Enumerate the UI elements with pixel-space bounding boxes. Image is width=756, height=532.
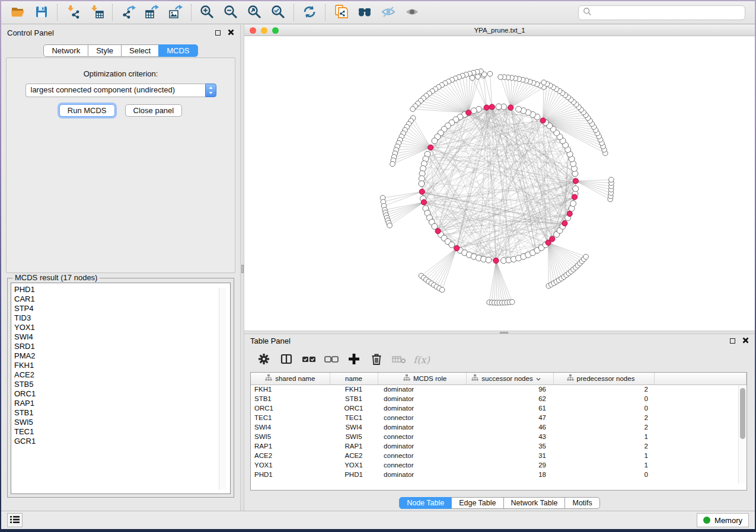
command-panel-button[interactable] bbox=[7, 513, 23, 527]
network-node[interactable] bbox=[419, 189, 425, 194]
close-panel-icon[interactable] bbox=[742, 336, 749, 345]
network-node[interactable] bbox=[470, 75, 475, 81]
zoom-out-button[interactable] bbox=[219, 3, 243, 22]
network-node[interactable] bbox=[508, 105, 513, 110]
select-stepper-icon[interactable] bbox=[205, 84, 216, 97]
network-node[interactable] bbox=[573, 186, 579, 192]
network-canvas[interactable] bbox=[244, 36, 755, 331]
column-header-predecessor-nodes[interactable]: predecessor nodes bbox=[553, 373, 654, 384]
network-node[interactable] bbox=[428, 145, 433, 150]
import-network-button[interactable] bbox=[61, 3, 85, 22]
network-node[interactable] bbox=[476, 74, 481, 79]
network-node[interactable] bbox=[449, 242, 455, 248]
zoom-in-button[interactable] bbox=[195, 3, 219, 22]
mcds-result-item[interactable]: ACE2 bbox=[14, 370, 227, 380]
table-row[interactable]: TEC1TEC1connector472 bbox=[251, 413, 747, 422]
delete-button[interactable] bbox=[365, 351, 388, 370]
table-scrollbar-thumb[interactable] bbox=[740, 388, 745, 439]
export-table-button[interactable] bbox=[140, 3, 164, 22]
copy-style-button[interactable] bbox=[329, 3, 353, 22]
network-node[interactable] bbox=[567, 211, 572, 216]
network-node[interactable] bbox=[496, 104, 502, 110]
close-window-icon[interactable] bbox=[250, 27, 256, 34]
table-scrollbar[interactable] bbox=[738, 385, 746, 483]
zoom-selected-button[interactable] bbox=[266, 3, 290, 22]
search-input[interactable] bbox=[592, 8, 741, 17]
tab-node-table[interactable]: Node Table bbox=[399, 497, 452, 509]
add-column-button[interactable] bbox=[343, 351, 365, 370]
mcds-result-item[interactable]: GCR1 bbox=[14, 437, 227, 446]
refresh-button[interactable] bbox=[298, 3, 321, 22]
close-panel-button[interactable]: Close panel bbox=[125, 104, 183, 117]
function-builder-button[interactable]: f(x) bbox=[410, 351, 433, 370]
deselect-all-button[interactable] bbox=[320, 351, 343, 370]
export-image-button[interactable] bbox=[164, 3, 187, 22]
network-node[interactable] bbox=[609, 177, 614, 182]
network-window-titlebar[interactable]: YPA_prune.txt_1 bbox=[244, 25, 755, 36]
network-node[interactable] bbox=[573, 178, 578, 184]
search-box[interactable] bbox=[578, 5, 745, 20]
mcds-result-item[interactable]: SWI4 bbox=[14, 332, 227, 342]
mcds-result-item[interactable]: CAR1 bbox=[14, 294, 227, 304]
table-row[interactable]: RAP1RAP1dominator352 bbox=[251, 441, 747, 451]
network-node[interactable] bbox=[390, 162, 395, 167]
show-all-button[interactable] bbox=[400, 3, 424, 22]
network-node[interactable] bbox=[481, 72, 487, 77]
tab-edge-table[interactable]: Edge Table bbox=[451, 497, 503, 509]
mcds-result-list[interactable]: PHD1CAR1STP4TID3YOX1SWI4SRD1PMA2FKH1ACE2… bbox=[11, 283, 231, 494]
select-all-button[interactable] bbox=[298, 351, 320, 370]
mcds-result-item[interactable]: RAP1 bbox=[14, 399, 227, 408]
network-node[interactable] bbox=[493, 258, 499, 263]
vertical-splitter[interactable] bbox=[240, 25, 244, 511]
tab-network[interactable]: Network bbox=[43, 44, 88, 57]
tab-select[interactable]: Select bbox=[121, 44, 159, 57]
delete-table-button[interactable] bbox=[388, 351, 410, 370]
result-list-scrollbar[interactable] bbox=[219, 288, 227, 490]
network-node[interactable] bbox=[489, 104, 495, 110]
table-row[interactable]: STB1STB1dominator620 bbox=[251, 394, 747, 403]
mcds-result-item[interactable]: TEC1 bbox=[14, 427, 227, 437]
table-row[interactable]: FKH1FKH1dominator962 bbox=[251, 384, 747, 394]
save-session-button[interactable] bbox=[30, 3, 53, 22]
network-node[interactable] bbox=[432, 138, 438, 144]
search-binoculars-button[interactable] bbox=[353, 3, 377, 22]
open-file-button[interactable] bbox=[6, 3, 30, 22]
maximize-window-icon[interactable] bbox=[272, 27, 279, 34]
table-row[interactable]: ORC1ORC1dominator610 bbox=[251, 403, 747, 413]
splitter-handle[interactable] bbox=[241, 265, 244, 273]
network-node[interactable] bbox=[435, 228, 441, 233]
export-network-button[interactable] bbox=[116, 3, 140, 22]
mcds-result-item[interactable]: PMA2 bbox=[14, 351, 227, 361]
column-header-successor-nodes[interactable]: successor nodes bbox=[466, 373, 553, 384]
hide-selected-button[interactable] bbox=[377, 3, 400, 22]
network-node[interactable] bbox=[439, 287, 445, 293]
network-node[interactable] bbox=[562, 220, 567, 226]
network-node[interactable] bbox=[541, 80, 547, 85]
table-row[interactable]: PHD1PHD1dominator180 bbox=[251, 470, 747, 479]
network-node[interactable] bbox=[419, 181, 425, 187]
network-node[interactable] bbox=[540, 118, 546, 123]
mcds-result-item[interactable]: STB5 bbox=[14, 380, 227, 389]
table-row[interactable]: SWI5SWI5connector431 bbox=[251, 432, 747, 441]
run-mcds-button[interactable]: Run MCDS bbox=[59, 104, 115, 117]
float-panel-icon[interactable] bbox=[215, 30, 221, 36]
network-node[interactable] bbox=[387, 223, 393, 228]
mcds-result-item[interactable]: ORC1 bbox=[14, 389, 227, 399]
network-node[interactable] bbox=[498, 75, 503, 80]
float-panel-icon[interactable] bbox=[730, 338, 735, 344]
network-node[interactable] bbox=[454, 245, 460, 251]
mcds-result-item[interactable]: PHD1 bbox=[14, 285, 227, 294]
tab-style[interactable]: Style bbox=[88, 44, 122, 57]
table-row[interactable]: SWI4SWI4dominator462 bbox=[251, 422, 747, 432]
network-node[interactable] bbox=[486, 257, 492, 263]
tab-network-table[interactable]: Network Table bbox=[503, 497, 566, 509]
network-node[interactable] bbox=[487, 71, 493, 76]
column-header-MCDS-role[interactable]: MCDS role bbox=[378, 373, 466, 384]
mcds-result-item[interactable]: STB1 bbox=[14, 408, 227, 418]
close-panel-icon[interactable] bbox=[228, 28, 234, 37]
network-node[interactable] bbox=[471, 108, 477, 114]
network-node[interactable] bbox=[572, 194, 577, 200]
mcds-result-item[interactable]: TID3 bbox=[14, 313, 227, 323]
mcds-result-item[interactable]: YOX1 bbox=[14, 323, 227, 332]
node-table[interactable]: shared namenameMCDS rolesuccessor nodesp… bbox=[251, 373, 747, 479]
